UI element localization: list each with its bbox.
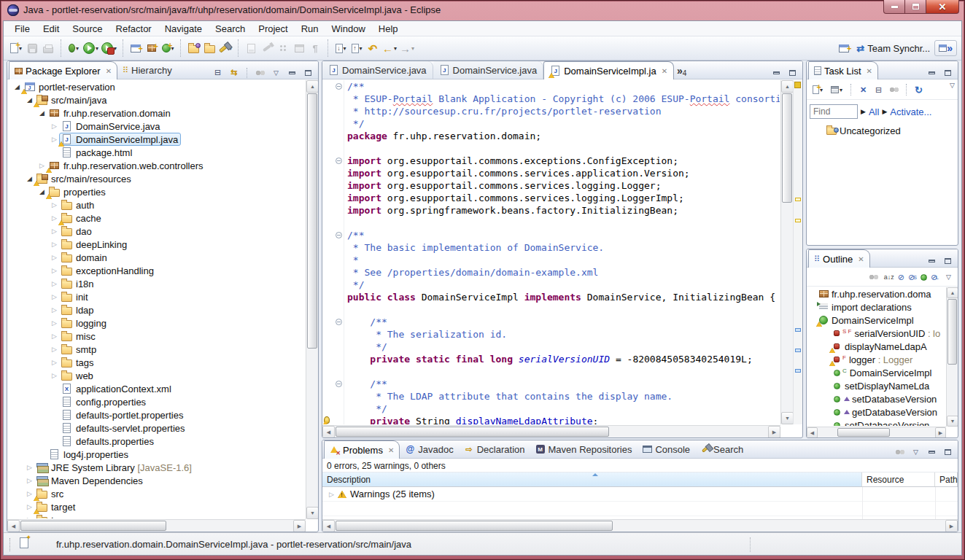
tree-item[interactable]: ◢src/main/java [8, 93, 305, 106]
collapse-fold-icon[interactable] [336, 232, 342, 238]
perspective-java[interactable]: » [934, 40, 957, 56]
expand-arrow-icon[interactable]: ▷ [50, 332, 59, 340]
tree-item[interactable]: ▷init [8, 290, 305, 303]
search-button[interactable]: ▾ [217, 39, 233, 57]
new-class-button[interactable]: +▾ [160, 39, 176, 57]
maximize-button[interactable] [905, 0, 926, 14]
column-header-path[interactable]: Path [935, 472, 958, 486]
tree-item[interactable]: ▷ldap [8, 303, 305, 316]
tab-task-list[interactable]: Task List ✕ [808, 61, 878, 79]
tree-item[interactable]: defaults-portlet.properties [8, 408, 305, 421]
minimize-view-button[interactable] [286, 66, 298, 79]
link-with-editor-button[interactable]: ⇆ [228, 66, 240, 79]
expand-arrow-icon[interactable]: ▷ [327, 491, 336, 498]
new-java-project-button[interactable]: + [128, 39, 144, 57]
editor-tab-overflow[interactable]: »4 [674, 63, 689, 79]
outline-item[interactable]: displayNameLdapA [807, 340, 945, 353]
tree-item[interactable]: ▷logging [8, 316, 305, 330]
show-whitespace-button[interactable]: ¶ [307, 39, 323, 57]
tree-item[interactable]: ▷src [8, 487, 305, 500]
collapse-fold-icon[interactable] [336, 319, 342, 325]
column-header-description[interactable]: Description [322, 472, 862, 486]
previous-annotation-button[interactable]: ↑▾ [349, 39, 365, 57]
tree-item[interactable]: ▷tags [8, 356, 305, 369]
close-view-icon[interactable]: ✕ [106, 67, 112, 75]
minimize-view-button[interactable] [926, 446, 938, 458]
maximize-view-button[interactable] [942, 254, 954, 267]
mark-occurrences-button[interactable] [243, 39, 259, 57]
menu-help[interactable]: Help [372, 22, 405, 36]
outline-item[interactable]: getDatabaseVersion [807, 405, 945, 419]
close-button[interactable]: ✕ [926, 0, 959, 14]
close-view-icon[interactable]: ✕ [388, 446, 394, 454]
hide-local-types-button[interactable]: ⊘L [931, 273, 939, 282]
expand-arrow-icon[interactable]: ▷ [50, 267, 59, 274]
tree-item[interactable]: ▷i18n [8, 277, 305, 290]
tree-item[interactable]: XapplicationContext.xml [8, 382, 305, 395]
editor-vscrollbar[interactable]: ▲ ▼ [780, 80, 793, 424]
outline-item[interactable]: import declarations [807, 300, 945, 314]
tab-search[interactable]: Search [695, 440, 748, 458]
tree-item[interactable]: ▷Maven Dependencies [8, 474, 305, 487]
tree-item[interactable]: ▷target [8, 500, 305, 513]
menu-refactor[interactable]: Refactor [109, 22, 158, 36]
column-header-resource[interactable]: Resource [862, 472, 935, 486]
warning-marker[interactable] [795, 219, 801, 222]
find-input[interactable] [810, 104, 858, 119]
expand-arrow-icon[interactable]: ▷ [50, 319, 59, 327]
collapse-fold-icon[interactable] [336, 158, 342, 164]
tree-item[interactable]: ▷JDomainServiceImpl.java [8, 133, 305, 146]
problems-hscrollbar[interactable]: ◀ ▶ [322, 519, 958, 532]
tree-item[interactable]: ▷smtp [8, 343, 305, 356]
print-button[interactable] [40, 39, 56, 57]
tab-outline[interactable]: ⠿ Outline ✕ [808, 249, 870, 268]
back-button[interactable]: ←▾ [381, 39, 398, 57]
menu-navigate[interactable]: Navigate [158, 22, 209, 36]
task-category-row[interactable]: Uncategorized [824, 124, 901, 137]
focus-button[interactable] [868, 271, 880, 284]
outline-item[interactable]: setDisplayNameLda [807, 379, 945, 392]
outline-item[interactable]: fr.uhp.reservation.doma [807, 287, 945, 300]
maximize-view-button[interactable] [942, 66, 954, 79]
forward-button[interactable]: →▾ [398, 39, 416, 57]
outline-hscrollbar[interactable]: ◀ ▶ [807, 427, 946, 438]
hide-non-public-button[interactable] [921, 274, 927, 281]
expand-arrow-icon[interactable]: ▷ [50, 293, 59, 300]
expand-arrow-icon[interactable]: ▷ [50, 201, 59, 209]
outline-item[interactable]: setDatabaseVersion [807, 419, 945, 426]
tree-item[interactable]: ▷tmp [8, 513, 305, 518]
menu-source[interactable]: Source [66, 22, 109, 36]
activate-link[interactable]: Activate... [890, 106, 931, 117]
collapse-fold-icon[interactable] [336, 381, 342, 387]
tree-item[interactable]: ▷dao [8, 225, 305, 238]
perspective-overflow-chevron[interactable]: » [947, 42, 953, 54]
menu-file[interactable]: File [8, 22, 36, 36]
expand-arrow-icon[interactable]: ▷ [50, 306, 59, 314]
expand-arrow-icon[interactable]: ▷ [50, 280, 59, 287]
save-button[interactable] [24, 39, 40, 57]
expand-arrow-icon[interactable]: ▷ [50, 372, 59, 379]
categorize-button[interactable]: ▾ [829, 81, 845, 98]
view-menu-button[interactable]: ▽ [942, 271, 955, 284]
tree-item[interactable]: package.html [8, 146, 305, 159]
synchronize-button[interactable]: ↻ [912, 84, 925, 96]
editor-tab[interactable]: JDomainServiceImpl.ja✕ [543, 61, 674, 79]
package-explorer-hscrollbar[interactable]: ◀ ▶ [7, 519, 306, 532]
maximize-view-button[interactable] [302, 66, 314, 79]
outline-item[interactable]: DomainServiceImpl [807, 314, 945, 327]
overview-ruler[interactable] [793, 80, 802, 424]
tree-item[interactable]: ▷JDomainService.java [8, 120, 305, 133]
menu-search[interactable]: Search [209, 22, 252, 36]
expand-arrow-icon[interactable]: ▷ [25, 464, 34, 471]
hide-fields-button[interactable]: ⊘ [898, 273, 904, 282]
tree-item[interactable]: defaults.properties [8, 435, 305, 448]
debug-button[interactable]: ▾ [66, 39, 82, 57]
next-annotation-button[interactable]: ↓▾ [333, 39, 349, 57]
tree-item[interactable]: ◢properties [8, 185, 305, 198]
menu-run[interactable]: Run [295, 22, 325, 36]
external-tools-button[interactable]: ▾ [100, 39, 118, 57]
tree-item[interactable]: ▷JRE System Library [JavaSE-1.6] [8, 461, 305, 474]
tree-item[interactable]: ▷fr.uhp.reservation.web.controllers [8, 159, 305, 172]
maximize-view-button[interactable] [942, 446, 954, 458]
editor-tab[interactable]: JDomainService.java [322, 61, 433, 79]
